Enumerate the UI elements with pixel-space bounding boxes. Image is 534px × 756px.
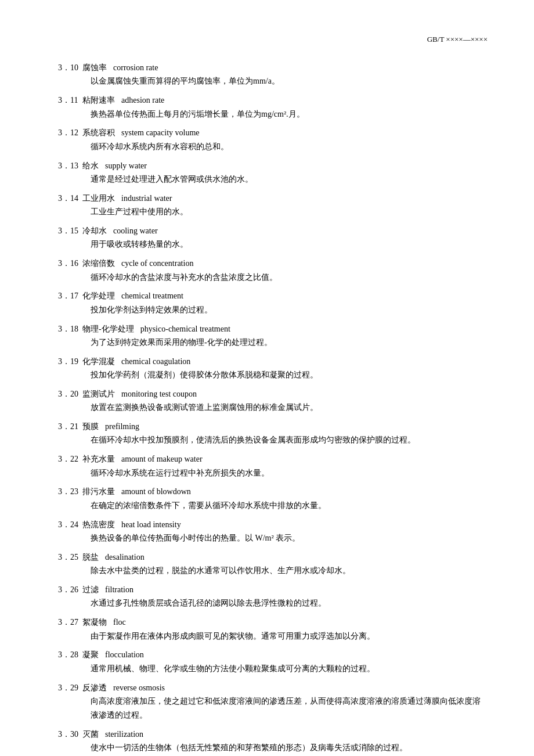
term-en: amount of blowdown [117, 485, 191, 498]
term-cn: 灭菌 [82, 728, 99, 741]
term-def: 循环冷却水系统在运行过程中补充所损失的水量。 [91, 466, 488, 480]
term-en: cycle of concentration [117, 257, 193, 270]
term-en: system capacity volume [117, 127, 200, 139]
term-en: corrosion rate [109, 62, 158, 74]
term-title: 3．29反渗透 reverse osmosis [58, 682, 488, 694]
term-en: desalination [101, 551, 145, 564]
term-en: industrial water [117, 192, 172, 205]
term-block: 3．21预膜 prefilming在循环冷却水中投加预膜剂，使清洗后的换热设备金… [58, 420, 488, 447]
term-number: 3．30 [58, 728, 80, 741]
term-def: 通常是经过处理进入配水管网或供水池的水。 [91, 172, 488, 186]
term-en: heat load intensity [117, 519, 181, 531]
term-block: 3．28凝聚 flocculation通常用机械、物理、化学或生物的方法使小颗粒… [58, 649, 488, 675]
term-def: 循环冷却水的含盐浓度与补充水的含盐浓度之比值。 [91, 271, 488, 285]
standard-number: GB/T ××××—×××× [427, 35, 488, 44]
term-def: 向高浓度溶液加压，使之超过它和低浓度溶液间的渗透压差，从而使得高浓度溶液的溶质通… [91, 694, 488, 722]
term-number: 3．28 [58, 649, 80, 661]
term-number: 3．27 [58, 616, 80, 629]
term-cn: 絮凝物 [82, 616, 107, 629]
term-block: 3．23排污水量 amount of blowdown在确定的浓缩倍数条件下，需… [58, 485, 488, 512]
term-number: 3．15 [58, 225, 80, 237]
term-block: 3．20监测试片 monitoring test coupon放置在监测换热设备… [58, 388, 488, 415]
term-block: 3．17化学处理 chemical treatment投加化学剂达到特定效果的过… [58, 290, 488, 316]
term-cn: 化学处理 [82, 290, 115, 303]
term-en: flocculation [101, 649, 144, 661]
term-title: 3．25脱盐 desalination [58, 551, 488, 564]
term-block: 3．24热流密度 heat load intensity换热设备的单位传热面每小… [58, 519, 488, 545]
term-title: 3．15冷却水 cooling water [58, 225, 488, 237]
term-def: 换热器单位传热面上每月的污垢增长量，单位为mg/cm².月。 [91, 107, 488, 121]
term-number: 3．23 [58, 485, 80, 498]
term-cn: 冷却水 [82, 225, 107, 237]
term-title: 3．13给水 supply water [58, 160, 488, 172]
term-en: sterilization [101, 728, 143, 741]
term-en: chemical treatment [117, 290, 183, 303]
term-number: 3．13 [58, 160, 80, 172]
term-en: prefilming [101, 420, 139, 433]
term-block: 3．26过滤 filtration水通过多孔性物质层或合适孔径的滤网以除去悬浮性… [58, 584, 488, 610]
term-def: 水通过多孔性物质层或合适孔径的滤网以除去悬浮性微粒的过程。 [91, 596, 488, 610]
term-cn: 补充水量 [82, 453, 115, 466]
term-cn: 腐蚀率 [82, 62, 107, 74]
term-en: cooling water [109, 225, 158, 237]
term-title: 3．11粘附速率 adhesion rate [58, 94, 488, 107]
term-def: 换热设备的单位传热面每小时传出的热量。以 W/m² 表示。 [91, 531, 488, 545]
term-def: 除去水中盐类的过程，脱盐的水通常可以作饮用水、生产用水或冷却水。 [91, 564, 488, 578]
term-number: 3．24 [58, 519, 80, 531]
term-cn: 粘附速率 [82, 94, 115, 107]
term-block: 3．15冷却水 cooling water用于吸收或转移热量的水。 [58, 225, 488, 251]
term-title: 3．20监测试片 monitoring test coupon [58, 388, 488, 401]
term-title: 3．17化学处理 chemical treatment [58, 290, 488, 303]
term-block: 3．12系统容积 system capacity volume循环冷却水系统内所… [58, 127, 488, 153]
term-number: 3．14 [58, 192, 80, 205]
term-cn: 给水 [82, 160, 99, 172]
term-title: 3．26过滤 filtration [58, 584, 488, 596]
term-def: 通常用机械、物理、化学或生物的方法使小颗粒聚集成可分离的大颗粒的过程。 [91, 662, 488, 676]
term-en: supply water [101, 160, 147, 172]
term-number: 3．10 [58, 62, 80, 74]
term-def: 投加化学药剂（混凝剂）使得胶体分散体系脱稳和凝聚的过程。 [91, 368, 488, 382]
term-number: 3．12 [58, 127, 80, 139]
term-cn: 监测试片 [82, 388, 115, 401]
term-en: monitoring test coupon [117, 388, 197, 401]
term-cn: 凝聚 [82, 649, 99, 661]
term-block: 3．10腐蚀率 corrosion rate以金属腐蚀失重而算得的平均腐蚀率，单… [58, 62, 488, 88]
term-block: 3．18物理-化学处理 physico-chemical treatment为了… [58, 323, 488, 350]
term-block: 3．22补充水量 amount of makeup water循环冷却水系统在运… [58, 453, 488, 480]
term-number: 3．16 [58, 257, 80, 270]
term-title: 3．19化学混凝 chemical coagulation [58, 355, 488, 368]
term-def: 由于絮凝作用在液体内形成肉眼可见的絮状物。通常可用重力或浮选加以分离。 [91, 629, 488, 643]
terms-container: 3．10腐蚀率 corrosion rate以金属腐蚀失重而算得的平均腐蚀率，单… [58, 62, 488, 756]
term-en: floc [109, 616, 126, 629]
term-cn: 脱盐 [82, 551, 99, 564]
term-title: 3．22补充水量 amount of makeup water [58, 453, 488, 466]
term-number: 3．25 [58, 551, 80, 564]
term-en: amount of makeup water [117, 453, 203, 466]
term-block: 3．16浓缩倍数 cycle of concentration循环冷却水的含盐浓… [58, 257, 488, 284]
term-block: 3．27絮凝物 floc由于絮凝作用在液体内形成肉眼可见的絮状物。通常可用重力或… [58, 616, 488, 643]
term-title: 3．10腐蚀率 corrosion rate [58, 62, 488, 74]
term-cn: 化学混凝 [82, 355, 115, 368]
term-def: 以金属腐蚀失重而算得的平均腐蚀率，单位为mm/a。 [91, 74, 488, 88]
term-number: 3．18 [58, 323, 80, 336]
term-block: 3．11粘附速率 adhesion rate换热器单位传热面上每月的污垢增长量，… [58, 94, 488, 121]
term-def: 在确定的浓缩倍数条件下，需要从循环冷却水系统中排放的水量。 [91, 499, 488, 513]
term-def: 用于吸收或转移热量的水。 [91, 237, 488, 251]
term-number: 3．21 [58, 420, 80, 433]
term-en: adhesion rate [117, 94, 164, 107]
term-block: 3．19化学混凝 chemical coagulation投加化学药剂（混凝剂）… [58, 355, 488, 382]
term-en: chemical coagulation [117, 355, 190, 368]
term-cn: 过滤 [82, 584, 99, 596]
term-title: 3．21预膜 prefilming [58, 420, 488, 433]
term-title: 3．18物理-化学处理 physico-chemical treatment [58, 323, 488, 336]
term-cn: 工业用水 [82, 192, 115, 205]
term-title: 3．14工业用水 industrial water [58, 192, 488, 205]
term-def: 在循环冷却水中投加预膜剂，使清洗后的换热设备金属表面形成均匀密致的保护膜的过程。 [91, 433, 488, 447]
term-def: 使水中一切活的生物体（包括无性繁殖的和芽孢繁殖的形态）及病毒失活或消除的过程。 [91, 741, 488, 755]
page-header: GB/T ××××—×××× [58, 35, 488, 44]
term-block: 3．29反渗透 reverse osmosis向高浓度溶液加压，使之超过它和低浓… [58, 682, 488, 722]
term-def: 工业生产过程中使用的水。 [91, 205, 488, 219]
term-en: reverse osmosis [109, 682, 165, 694]
term-cn: 排污水量 [82, 485, 115, 498]
term-block: 3．14工业用水 industrial water工业生产过程中使用的水。 [58, 192, 488, 219]
